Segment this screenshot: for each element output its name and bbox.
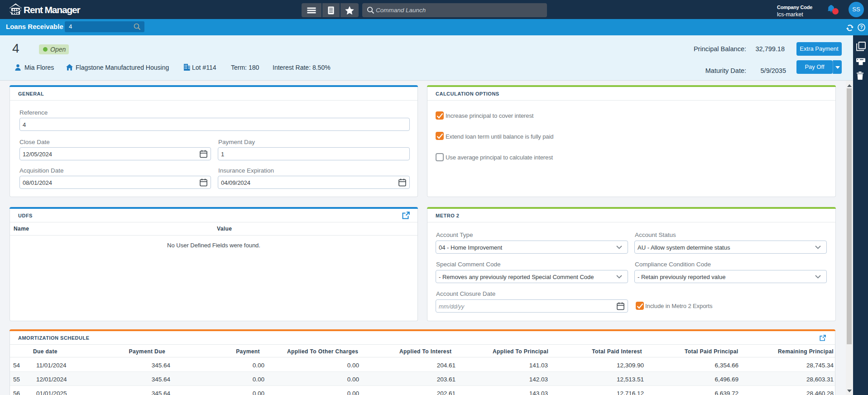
svg-text:?: ? (860, 24, 863, 30)
